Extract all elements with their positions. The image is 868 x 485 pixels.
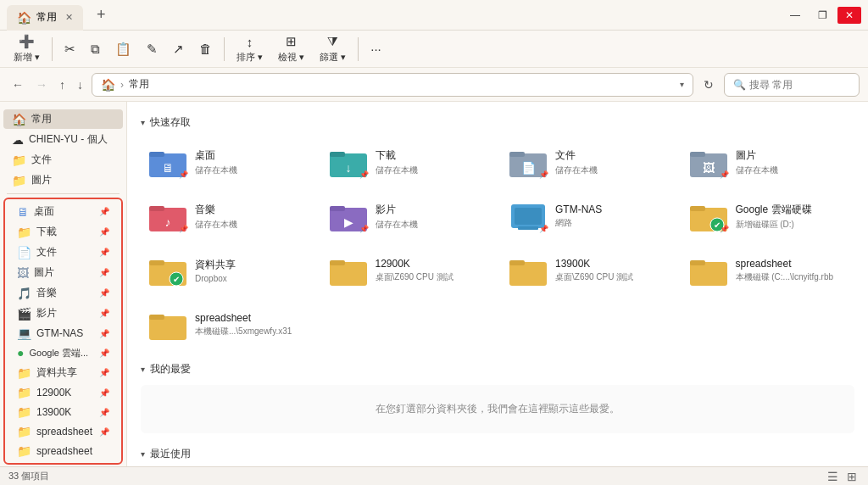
filter-button[interactable]: ⧩ 篩選 ▾	[313, 31, 353, 67]
spreadsheet2-icon: 📁	[17, 444, 31, 458]
sidebar-desktop-label: 桌面	[34, 204, 54, 219]
tab-home[interactable]: 🏠 常用 ✕	[7, 5, 83, 31]
qa-item-gtmnas[interactable]: 📌 GTM-NAS 網路	[501, 192, 675, 240]
new-button[interactable]: ➕ 新增 ▾	[7, 31, 47, 67]
sidebar-item-gdrive[interactable]: ● Google 雲端... 📌	[8, 343, 118, 362]
sidebar-item-videos[interactable]: 🎬 影片 📌	[8, 304, 118, 323]
sidebar-item-cloud[interactable]: ☁ CHIEN-YU - 個人	[3, 130, 123, 149]
documents-pin-icon: 📌	[99, 248, 109, 257]
cut-button[interactable]: ✂	[58, 38, 82, 60]
close-button[interactable]: ✕	[837, 7, 861, 24]
sidebar-item-docs[interactable]: 📁 文件	[3, 150, 123, 170]
copy-button[interactable]: ⧉	[84, 38, 107, 60]
address-bar[interactable]: 🏠 › 常用 ▾	[92, 73, 693, 97]
sidebar-item-pics[interactable]: 📁 圖片	[3, 170, 123, 190]
qa-spreadsheet-d-name: spreadsheet	[736, 258, 849, 270]
sidebar-divider	[7, 193, 120, 194]
favorites-header[interactable]: ▾ 我的最愛	[141, 362, 854, 376]
sidebar-item-documents[interactable]: 📄 文件 📌	[8, 242, 118, 262]
recent-header[interactable]: ▾ 最近使用	[141, 447, 854, 461]
toolbar-sep-3	[358, 37, 359, 61]
music-pin-icon: 📌	[99, 288, 109, 298]
search-bar[interactable]: 🔍	[724, 73, 860, 97]
sidebar-item-spreadsheet1[interactable]: 📁 spreadsheet 📌	[8, 422, 118, 441]
share-button[interactable]: ↗	[166, 38, 191, 60]
qa-item-shared[interactable]: ✔ 資料共享 Dropbox	[141, 247, 314, 294]
qa-item-music[interactable]: ♪ 📌 音樂 儲存在本機	[141, 192, 314, 240]
music-icon: 🎵	[17, 287, 31, 300]
address-dropdown-icon[interactable]: ▾	[680, 80, 684, 89]
back-button[interactable]: ←	[8, 75, 27, 95]
sidebar-item-home[interactable]: 🏠 常用	[3, 109, 123, 129]
sidebar-item-pictures[interactable]: 🖼 圖片 📌	[8, 263, 118, 282]
qa-item-downloads[interactable]: ↓ 📌 下載 儲存在本機	[321, 138, 495, 186]
pictures-icon: 🖼	[17, 266, 29, 280]
qa-folder-gdrive: ✔ 📌	[688, 199, 729, 233]
minimize-button[interactable]: —	[783, 7, 807, 24]
qa-13900k-name: 13900K	[555, 258, 668, 270]
rename-button[interactable]: ✎	[140, 38, 164, 60]
qa-item-spreadsheet-local[interactable]: spreadsheet 本機磁碟...\5xmgewfy.x31	[141, 301, 314, 348]
tab-close-button[interactable]: ✕	[65, 12, 73, 23]
search-icon: 🔍	[733, 79, 746, 91]
qa-item-pictures[interactable]: 🖼 📌 圖片 儲存在本機	[682, 138, 855, 186]
svg-rect-30	[330, 260, 345, 265]
maximize-button[interactable]: ❐	[810, 7, 834, 24]
qa-item-desktop[interactable]: 🖥 📌 桌面 儲存在本機	[141, 138, 314, 186]
tab-home-icon: 🏠	[17, 11, 31, 25]
qa-music-sub: 儲存在本機	[195, 219, 308, 231]
sidebar-item-spreadsheet2[interactable]: 📁 spreadsheet	[8, 442, 118, 460]
more-button[interactable]: ···	[364, 38, 388, 59]
qa-music-info: 音樂 儲存在本機	[195, 203, 308, 231]
sidebar-item-13900k[interactable]: 📁 13900K 📌	[8, 403, 118, 421]
qa-12900k-sub: 桌面\Z690 CPU 測試	[376, 271, 488, 283]
qa-folder-music: ♪ 📌	[147, 199, 188, 233]
refresh-button[interactable]: ↻	[698, 75, 719, 95]
downloads-qa-pin: 📌	[359, 170, 369, 179]
pics-folder-icon: 📁	[12, 174, 26, 187]
qa-item-13900k[interactable]: 13900K 桌面\Z690 CPU 測試	[501, 247, 675, 294]
new-tab-button[interactable]: +	[90, 4, 113, 25]
qa-12900k-info: 12900K 桌面\Z690 CPU 測試	[376, 258, 488, 283]
svg-rect-32	[509, 260, 525, 265]
svg-text:📄: 📄	[521, 161, 537, 176]
sidebar-item-music[interactable]: 🎵 音樂 📌	[8, 283, 118, 303]
paste-button[interactable]: 📋	[108, 38, 138, 60]
qa-gtmnas-sub: 網路	[555, 217, 668, 229]
documents-icon: 📄	[17, 246, 31, 259]
spreadsheet1-icon: 📁	[17, 425, 31, 438]
sidebar-documents-label: 文件	[36, 245, 57, 259]
search-input[interactable]	[749, 79, 851, 91]
qa-gdrive-sub: 新增磁碟區 (D:)	[736, 219, 849, 231]
window-controls: — ❐ ✕	[783, 7, 861, 24]
sidebar-item-gtmnas[interactable]: 💻 GTM-NAS 📌	[8, 324, 118, 343]
recents-button[interactable]: ↓	[74, 75, 86, 95]
documents-qa-pin: 📌	[539, 170, 548, 179]
sidebar-item-downloads[interactable]: 📁 下載 📌	[8, 222, 118, 242]
sidebar-item-12900k[interactable]: 📁 12900K 📌	[8, 383, 118, 402]
qa-item-documents[interactable]: 📄 📌 文件 儲存在本機	[501, 138, 675, 186]
qa-spreadsheet-d-sub: 本機磁碟 (C:...\lcnyitfg.rbb	[736, 271, 849, 283]
quickaccess-title: 快速存取	[150, 115, 191, 130]
sort-label: 排序 ▾	[236, 51, 263, 64]
up-button[interactable]: ↑	[56, 75, 69, 95]
desktop-qa-pin: 📌	[179, 170, 188, 179]
view-button[interactable]: ⊞ 檢視 ▾	[271, 31, 311, 67]
qa-item-12900k[interactable]: 12900K 桌面\Z690 CPU 測試	[321, 247, 495, 294]
qa-item-gdrive[interactable]: ✔ 📌 Google 雲端硬碟 新增磁碟區 (D:)	[682, 192, 855, 240]
sidebar-item-shared[interactable]: 📁 資料共享 📌	[8, 363, 118, 382]
sidebar-item-desktop[interactable]: 🖥 桌面 📌	[8, 202, 118, 221]
13900k-icon: 📁	[17, 405, 31, 419]
delete-button[interactable]: 🗑	[192, 38, 219, 59]
forward-button[interactable]: →	[32, 75, 51, 95]
gtmnas-pin-icon: 📌	[99, 329, 109, 338]
qa-item-spreadsheet-d[interactable]: spreadsheet 本機磁碟 (C:...\lcnyitfg.rbb	[682, 247, 855, 294]
view-list-button[interactable]: ☰	[825, 470, 841, 483]
sort-button[interactable]: ↕ 排序 ▾	[230, 31, 270, 67]
view-grid-button[interactable]: ⊞	[844, 470, 860, 483]
qa-spreadsheet-d-info: spreadsheet 本機磁碟 (C:...\lcnyitfg.rbb	[736, 258, 849, 283]
qa-gtmnas-info: GTM-NAS 網路	[555, 203, 668, 229]
qa-folder-12900k	[328, 254, 369, 287]
qa-item-videos[interactable]: ▶ 📌 影片 儲存在本機	[321, 192, 495, 240]
quickaccess-header[interactable]: ▾ 快速存取	[141, 115, 854, 130]
